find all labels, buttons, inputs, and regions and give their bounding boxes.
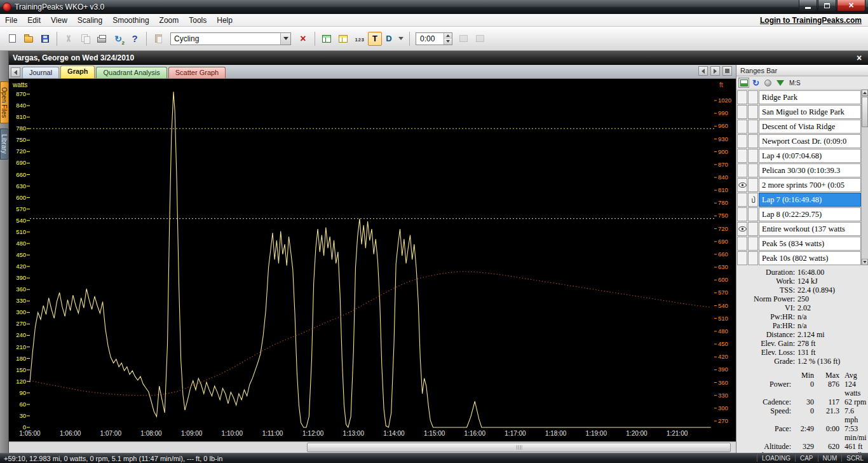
range-row[interactable]: Pelican 30/30 (0:10:39.3 [736,163,861,177]
axis-dropdown-icon[interactable] [398,37,403,40]
spreadsheet-view-button[interactable] [318,31,335,47]
range-marker-cell[interactable] [748,251,758,265]
scrollbar-thumb[interactable] [862,97,868,127]
spin-down-icon[interactable] [444,39,452,45]
range-visibility-cell[interactable] [737,193,747,207]
eye-icon[interactable] [737,222,747,236]
range-row[interactable]: Peak 10s (802 watts) [736,251,861,265]
menu-item-zoom[interactable]: Zoom [154,15,184,26]
sidebar-tab-library[interactable]: Library [0,128,9,160]
tab-graph[interactable]: Graph [60,66,95,78]
range-row[interactable]: Peak 5s (834 watts) [736,236,861,251]
range-row[interactable]: 2 more sprints 700+ (0:05 [736,177,861,192]
ranges-chart-button[interactable] [738,78,749,88]
menu-item-tools[interactable]: Tools [184,15,212,26]
range-visibility-cell[interactable] [737,251,747,265]
time-axis-toggle-button[interactable]: T [368,32,382,46]
tab-journal[interactable]: Journal [22,67,59,78]
close-button[interactable] [837,0,865,11]
range-label[interactable]: Descent of Vista Ridge [759,120,861,134]
range-marker-cell[interactable] [748,134,758,148]
tab-scroll-left-button[interactable] [11,67,20,77]
sport-selector[interactable]: Cycling [170,32,291,45]
maximize-button[interactable] [818,0,836,11]
tab-quadrant-analysis[interactable]: Quadrant Analysis [96,67,166,78]
scroll-down-button[interactable] [862,259,868,265]
menu-item-view[interactable]: View [46,15,72,26]
open-file-button[interactable] [20,31,37,47]
document-close-button[interactable] [854,53,864,63]
menu-item-edit[interactable]: Edit [22,15,46,26]
range-label[interactable]: Lap 4 (0:07:04.68) [759,149,861,163]
smoothing-time-spinner[interactable]: 0:00 [416,32,452,45]
range-label[interactable]: Peak 5s (834 watts) [759,237,861,251]
range-row[interactable]: San Miguel to Ridge Park [736,104,861,119]
ranges-sphere-button[interactable] [763,78,773,88]
extra-tool-button-1[interactable] [455,31,471,47]
range-row[interactable]: Entire workout (137 watts [736,221,861,236]
time-format-label[interactable]: M:S [789,79,801,86]
scrollbar-thumb[interactable] [307,443,731,452]
graph-plot[interactable]: watts03060901201501802102402703003303603… [9,79,736,441]
remove-range-button[interactable] [295,31,311,47]
range-marker-cell[interactable] [748,163,758,177]
range-row[interactable]: Newport Coast Dr. (0:09:0 [736,134,861,148]
cut-button[interactable] [60,31,77,47]
help-button[interactable] [126,31,143,47]
minimize-button[interactable] [799,0,817,11]
tab-scatter-graph[interactable]: Scatter Graph [168,67,226,78]
range-label[interactable]: 2 more sprints 700+ (0:05 [759,178,861,192]
spin-up-icon[interactable] [444,33,452,39]
copy-button[interactable] [77,31,93,47]
power-elevation-chart[interactable]: watts03060901201501802102402703003303603… [9,79,734,441]
range-visibility-cell[interactable] [737,149,747,163]
save-button[interactable] [37,31,53,47]
range-visibility-cell[interactable] [737,90,747,104]
menu-item-smoothing[interactable]: Smoothing [107,15,154,26]
sidebar-tab-open-files[interactable]: Open Files [0,81,9,123]
distance-axis-toggle-button[interactable]: D [382,32,396,46]
range-row[interactable]: Lap 4 (0:07:04.68) [736,148,861,163]
print-button[interactable] [93,31,110,47]
range-visibility-cell[interactable] [737,237,747,251]
ranges-refresh-button[interactable] [750,78,761,88]
range-label[interactable]: Peak 10s (802 watts) [759,251,861,265]
range-label[interactable]: Entire workout (137 watts [759,222,861,236]
chart-horizontal-scrollbar[interactable] [9,441,736,453]
range-label[interactable]: Pelican 30/30 (0:10:39.3 [759,163,861,177]
view-list-button[interactable] [722,66,732,76]
menu-item-help[interactable]: Help [212,15,238,26]
range-label[interactable]: San Miguel to Ridge Park [759,105,861,119]
range-marker-cell[interactable] [748,149,758,163]
chart-view-button[interactable] [335,31,351,47]
range-row[interactable]: Descent of Vista Ridge [736,119,861,134]
clip-icon[interactable] [748,193,758,207]
paste-button[interactable] [150,31,166,47]
range-visibility-cell[interactable] [737,134,747,148]
range-marker-cell[interactable] [748,120,758,134]
range-row[interactable]: Ridge Park [736,90,861,104]
range-label[interactable]: Lap 8 (0:22:29.75) [759,207,861,221]
range-marker-cell[interactable] [748,178,758,192]
ranges-vertical-scrollbar[interactable] [861,90,868,265]
range-label[interactable]: Newport Coast Dr. (0:09:0 [759,134,861,148]
range-marker-cell[interactable] [748,105,758,119]
next-view-button[interactable] [710,66,720,76]
range-visibility-cell[interactable] [737,207,747,221]
range-label[interactable]: Lap 7 (0:16:49.48) [759,193,861,207]
range-row[interactable]: Lap 7 (0:16:49.48) [736,192,861,207]
range-row[interactable]: Lap 8 (0:22:29.75) [736,207,861,221]
chevron-down-icon[interactable] [280,33,290,45]
eye-icon[interactable] [737,178,747,192]
range-visibility-cell[interactable] [737,120,747,134]
range-visibility-cell[interactable] [737,163,747,177]
range-marker-cell[interactable] [748,207,758,221]
extra-tool-button-2[interactable] [471,31,488,47]
login-link[interactable]: Login to TrainingPeaks.com [760,16,862,25]
range-marker-cell[interactable] [748,237,758,251]
sync-devices-button[interactable]: 2 [110,31,126,47]
range-label[interactable]: Ridge Park [759,90,861,104]
range-marker-cell[interactable] [748,90,758,104]
prev-view-button[interactable] [698,66,708,76]
range-visibility-cell[interactable] [737,105,747,119]
